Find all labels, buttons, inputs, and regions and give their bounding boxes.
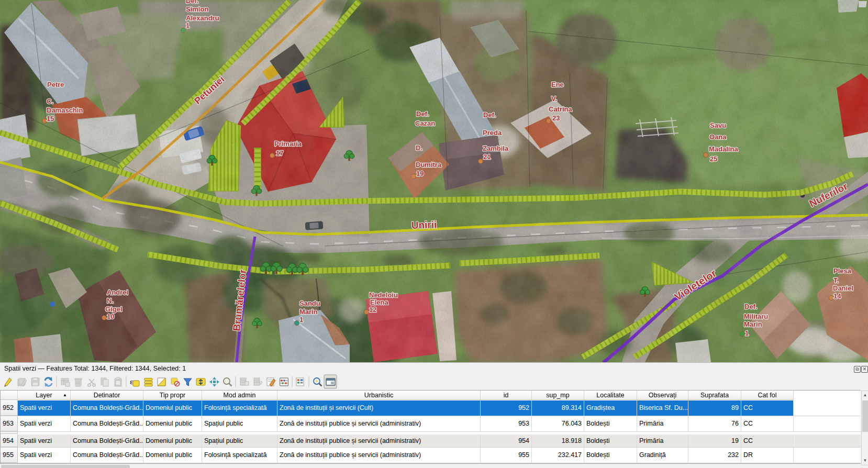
svg-text:ε: ε — [130, 377, 133, 386]
